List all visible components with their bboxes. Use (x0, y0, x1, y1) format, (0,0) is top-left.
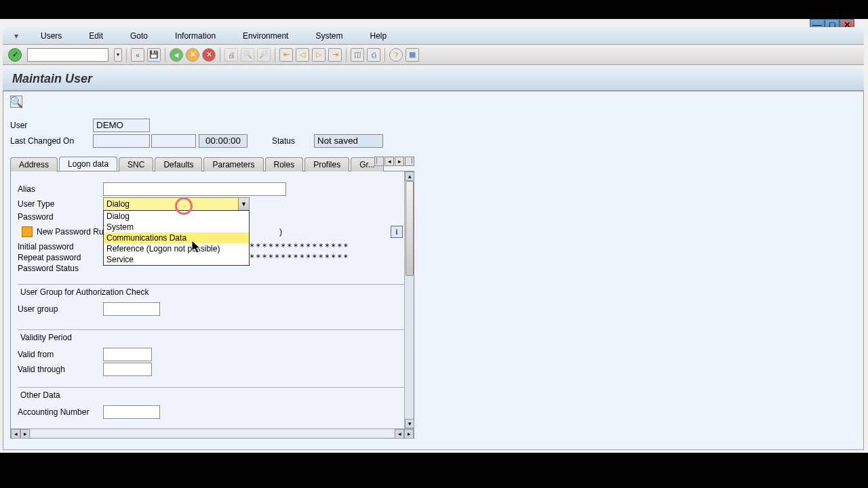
user-field[interactable] (93, 119, 150, 132)
password-rule-icon[interactable] (22, 226, 33, 237)
command-field[interactable] (27, 48, 108, 62)
help-button[interactable]: ? (389, 48, 403, 62)
next-page-button[interactable]: ▷ (312, 48, 326, 62)
find-next-button[interactable]: 🔎 (257, 48, 271, 62)
tab-snc[interactable]: SNC (119, 157, 153, 171)
tab-roles[interactable]: Roles (265, 157, 304, 171)
tab-parameters[interactable]: Parameters (203, 157, 263, 171)
valid-through-label: Valid through (18, 365, 103, 374)
option-reference[interactable]: Reference (Logon not possible) (104, 243, 249, 254)
menu-system[interactable]: System (302, 28, 356, 43)
repeat-password-label: Repeat password (18, 253, 103, 262)
last-page-button[interactable]: ⇥ (328, 48, 342, 62)
nav-back-button[interactable]: ◄ (170, 48, 183, 62)
validity-title: Validity Period (18, 331, 407, 344)
tab-strip: Address Logon data SNC Defaults Paramete… (10, 157, 414, 171)
last-changed-date (151, 134, 196, 148)
menu-goto[interactable]: Goto (117, 28, 161, 43)
tab-profiles[interactable]: Profiles (304, 157, 349, 171)
user-type-dropdown[interactable]: Dialog ▼ (103, 197, 250, 211)
command-dropdown[interactable]: ▾ (114, 48, 122, 62)
scroll-up-arrow[interactable]: ▴ (405, 171, 414, 181)
menu-environment[interactable]: Environment (229, 28, 302, 43)
enter-button[interactable]: ✓ (8, 48, 22, 62)
repeat-password-masked: **************** (250, 253, 350, 262)
password-group-label: Password (18, 212, 103, 222)
last-changed-label: Last Changed On (10, 136, 93, 146)
password-status-label: Password Status (18, 264, 103, 273)
print-button[interactable]: 🖨 (224, 48, 238, 62)
new-session-button[interactable]: ◫ (351, 48, 364, 62)
hscroll-track[interactable] (31, 430, 393, 438)
tab-defaults[interactable]: Defaults (155, 157, 202, 171)
scroll-down-arrow[interactable]: ▾ (405, 419, 414, 428)
hscroll-left-arrow-2[interactable]: ▸ (20, 429, 30, 439)
tab-scroll-list[interactable]: ⎹ (405, 157, 414, 166)
create-shortcut-button[interactable]: ⎙ (367, 48, 380, 62)
nav-cancel-button[interactable]: ✕ (202, 48, 216, 62)
option-communications-data[interactable]: Communications Data (104, 232, 249, 243)
last-changed-time (199, 134, 248, 148)
menu-edit[interactable]: Edit (75, 28, 117, 43)
password-rule-label: New Password Rul (37, 227, 105, 237)
valid-through-field[interactable] (103, 363, 152, 376)
user-label: User (10, 121, 93, 130)
initial-password-label: Initial password (18, 242, 103, 251)
alias-field[interactable] (103, 182, 286, 196)
valid-from-label: Valid from (18, 350, 103, 359)
first-page-button[interactable]: ⇤ (279, 48, 293, 62)
user-type-label: User Type (18, 199, 103, 209)
user-group-title: User Group for Authorization Check (18, 286, 407, 298)
menu-bar: ▾ Users Edit Goto Information Environmen… (3, 27, 864, 45)
other-data-title: Other Data (18, 389, 407, 401)
menu-users[interactable]: Users (27, 28, 75, 43)
nav-exit-button[interactable]: ✕ (186, 48, 199, 62)
horizontal-scrollbar[interactable]: ◂ ▸ ◂ ▸ (11, 428, 414, 438)
layout-button[interactable]: ▦ (406, 48, 419, 62)
user-group-field[interactable] (103, 302, 160, 316)
option-system[interactable]: System (104, 222, 249, 232)
info-icon[interactable]: i (391, 226, 403, 238)
valid-from-field[interactable] (103, 348, 152, 361)
initial-password-masked: **************** (250, 242, 350, 251)
tab-address[interactable]: Address (10, 157, 58, 171)
page-title: Maintain User (3, 68, 864, 91)
menu-help[interactable]: Help (356, 28, 400, 43)
alias-label: Alias (18, 184, 103, 194)
tab-logon-data[interactable]: Logon data (59, 157, 117, 171)
hscroll-right-arrow[interactable]: ◂ (395, 429, 404, 439)
hscroll-left-arrow[interactable]: ◂ (11, 429, 20, 439)
details-icon[interactable]: 🔍 (10, 96, 22, 108)
user-type-option-list: Dialog System Communications Data Refere… (103, 210, 250, 266)
menu-information[interactable]: Information (161, 28, 229, 43)
chevron-down-icon[interactable]: ▼ (238, 198, 249, 210)
option-dialog[interactable]: Dialog (104, 211, 249, 222)
prev-page-button[interactable]: ◁ (296, 48, 309, 62)
user-type-value: Dialog (106, 199, 130, 209)
status-label: Status (272, 136, 307, 146)
accounting-number-label: Accounting Number (18, 407, 103, 417)
tab-scroll-left[interactable]: ◂ (384, 157, 394, 166)
last-changed-name (93, 134, 150, 148)
tab-scroll-right[interactable]: ▸ (395, 157, 404, 166)
scroll-thumb[interactable] (406, 181, 414, 276)
vertical-scrollbar[interactable]: ▴ ▾ ▾ (404, 171, 414, 438)
app-menu-icon[interactable]: ▾ (9, 30, 23, 42)
option-service[interactable]: Service (104, 254, 249, 265)
user-group-label: User group (18, 304, 103, 314)
find-button[interactable]: 🔍 (241, 48, 254, 62)
tab-scroll-first[interactable]: ⎸ (374, 157, 384, 166)
back-button[interactable]: « (131, 48, 144, 62)
save-button[interactable]: 💾 (147, 48, 161, 62)
standard-toolbar: ✓ ▾ « 💾 ◄ ✕ ✕ 🖨 🔍 🔎 ⇤ ◁ ▷ ⇥ ◫ ⎙ ? ▦ (3, 45, 864, 65)
status-field (314, 134, 383, 148)
hscroll-right-arrow-2[interactable]: ▸ (404, 429, 414, 439)
accounting-number-field[interactable] (103, 405, 160, 419)
